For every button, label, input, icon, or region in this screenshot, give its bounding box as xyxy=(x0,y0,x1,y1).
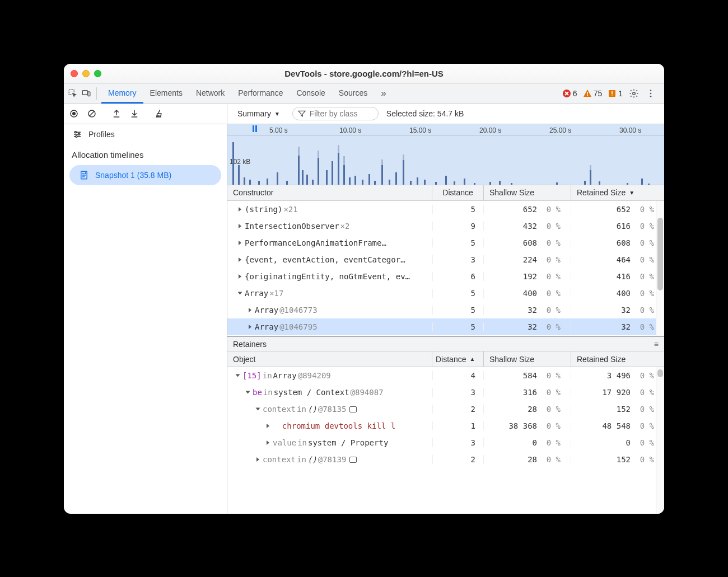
allocation-bar xyxy=(277,172,278,185)
retainer-row[interactable]: context in () @781392280 %1520 % xyxy=(227,451,664,468)
allocation-bar xyxy=(641,179,643,184)
more-tabs-icon[interactable]: » xyxy=(381,88,386,99)
col-retained[interactable]: Retained Size▼ xyxy=(571,185,664,200)
expand-icon[interactable] xyxy=(256,457,259,462)
table-row[interactable]: {event, eventAction, eventCategor…32240 … xyxy=(227,251,664,268)
clear-icon[interactable] xyxy=(86,108,97,119)
table-row[interactable]: Array @10472815320 %320 % xyxy=(227,335,664,337)
allocation-timeline[interactable]: 5.00 s10.00 s15.00 s20.00 s25.00 s30.00 … xyxy=(227,124,664,185)
table-row[interactable]: PerformanceLongAnimationFrame…56080 %608… xyxy=(227,234,664,251)
allocation-bar xyxy=(238,165,240,185)
retainer-row[interactable]: be in system / Context @89408733160 %17 … xyxy=(227,384,664,401)
retainer-row[interactable]: value in system / Property300 %00 % xyxy=(227,434,664,451)
allocation-bar xyxy=(590,170,591,185)
allocation-bar xyxy=(556,182,558,184)
close-window-button[interactable] xyxy=(71,70,78,77)
expand-icon[interactable] xyxy=(239,274,241,279)
allocation-bar xyxy=(627,183,628,185)
retainers-menu-icon[interactable]: ≡ xyxy=(654,340,659,349)
tab-network[interactable]: Network xyxy=(189,84,231,104)
allocation-bar xyxy=(417,177,418,185)
constructor-table: Constructor Distance Shallow Size Retain… xyxy=(227,185,664,337)
retainer-row[interactable]: context in () @781352280 %1520 % xyxy=(227,401,664,417)
col-r-distance[interactable]: Distance▲ xyxy=(432,351,484,367)
retainer-row[interactable]: __chromium_devtools_kill_l138 3680 %48 5… xyxy=(227,417,664,434)
allocation-bar xyxy=(389,180,390,185)
allocation-bar xyxy=(511,183,512,185)
expand-icon[interactable] xyxy=(249,325,251,329)
table-row[interactable]: Array @10467955320 %320 % xyxy=(227,318,664,335)
tab-elements[interactable]: Elements xyxy=(143,84,189,104)
window-title: DevTools - store.google.com/?hl=en-US xyxy=(64,69,664,78)
allocation-bar xyxy=(326,170,328,185)
time-tick: 25.00 s xyxy=(549,126,571,134)
tab-performance[interactable]: Performance xyxy=(231,84,290,104)
expand-icon[interactable] xyxy=(239,224,241,228)
svg-point-20 xyxy=(75,131,77,133)
expand-icon[interactable] xyxy=(256,408,260,411)
table-row[interactable]: IntersectionObserver ×294320 %6160 % xyxy=(227,218,664,234)
tab-memory[interactable]: Memory xyxy=(101,84,143,104)
titlebar: DevTools - store.google.com/?hl=en-US xyxy=(64,64,664,84)
col-constructor[interactable]: Constructor xyxy=(227,185,432,200)
filter-input[interactable] xyxy=(292,107,379,120)
snapshot-item[interactable]: Snapshot 1 (35.8 MB) xyxy=(69,165,221,185)
table-row[interactable]: (string) ×2156520 %6520 % xyxy=(227,201,664,218)
expand-icon[interactable] xyxy=(246,391,250,394)
table-row[interactable]: Array @10467735320 %320 % xyxy=(227,302,664,318)
warning-count[interactable]: 75 xyxy=(583,89,603,98)
svg-point-9 xyxy=(633,92,636,95)
sort-desc-icon: ▼ xyxy=(629,190,634,196)
time-tick: 5.00 s xyxy=(269,126,288,134)
window-controls xyxy=(71,70,101,77)
allocation-bar xyxy=(464,179,465,184)
tab-sources[interactable]: Sources xyxy=(332,84,374,104)
download-icon[interactable] xyxy=(129,108,140,119)
expand-icon[interactable] xyxy=(239,241,241,245)
filter-text-field[interactable] xyxy=(310,109,371,118)
expand-icon[interactable] xyxy=(267,440,269,445)
col-r-retained[interactable]: Retained Size xyxy=(571,351,664,367)
col-object[interactable]: Object xyxy=(227,351,432,367)
col-shallow[interactable]: Shallow Size xyxy=(484,185,571,200)
table-row[interactable]: Array ×1754000 %4000 % xyxy=(227,285,664,302)
sidebar: Profiles Allocation timelines Snapshot 1… xyxy=(64,124,227,514)
table-row[interactable]: {originatingEntity, noGtmEvent, ev…61920… xyxy=(227,268,664,285)
issue-count[interactable]: 1 xyxy=(608,89,623,98)
allocation-bar xyxy=(332,161,333,184)
retainer-row[interactable]: [15] in Array @89420945840 %3 4960 % xyxy=(227,367,664,384)
expand-icon[interactable] xyxy=(239,207,241,212)
record-icon[interactable] xyxy=(68,108,80,119)
allocation-bar xyxy=(298,156,300,185)
upload-icon[interactable] xyxy=(111,108,122,119)
minimize-window-button[interactable] xyxy=(82,70,90,77)
allocation-bar xyxy=(648,184,650,185)
expand-icon[interactable] xyxy=(267,424,269,428)
svg-point-24 xyxy=(85,172,86,173)
allocation-bar xyxy=(267,179,268,184)
table-scrollbar[interactable] xyxy=(656,201,664,337)
col-distance[interactable]: Distance xyxy=(432,185,484,200)
device-icon[interactable] xyxy=(81,88,92,99)
gear-icon[interactable] xyxy=(628,88,640,99)
allocation-bar xyxy=(258,181,260,185)
allocation-bar xyxy=(599,181,600,184)
col-r-shallow[interactable]: Shallow Size xyxy=(484,351,571,367)
kebab-icon[interactable] xyxy=(645,88,656,99)
retainers-scrollbar[interactable] xyxy=(656,367,664,513)
inspect-icon[interactable] xyxy=(67,88,78,99)
error-count[interactable]: 6 xyxy=(562,89,577,98)
allocation-bar xyxy=(343,165,345,185)
allocation-bar xyxy=(403,160,404,184)
expand-icon[interactable] xyxy=(239,257,241,262)
snapshot-icon xyxy=(78,170,90,181)
zoom-window-button[interactable] xyxy=(94,70,101,77)
expand-icon[interactable] xyxy=(236,374,240,377)
expand-icon[interactable] xyxy=(238,292,242,294)
tab-console[interactable]: Console xyxy=(290,84,332,104)
view-dropdown[interactable]: Summary ▼ xyxy=(233,107,284,120)
expand-icon[interactable] xyxy=(249,308,251,312)
allocation-bar xyxy=(374,181,376,185)
svg-point-11 xyxy=(650,93,652,95)
broom-icon[interactable] xyxy=(153,108,165,119)
